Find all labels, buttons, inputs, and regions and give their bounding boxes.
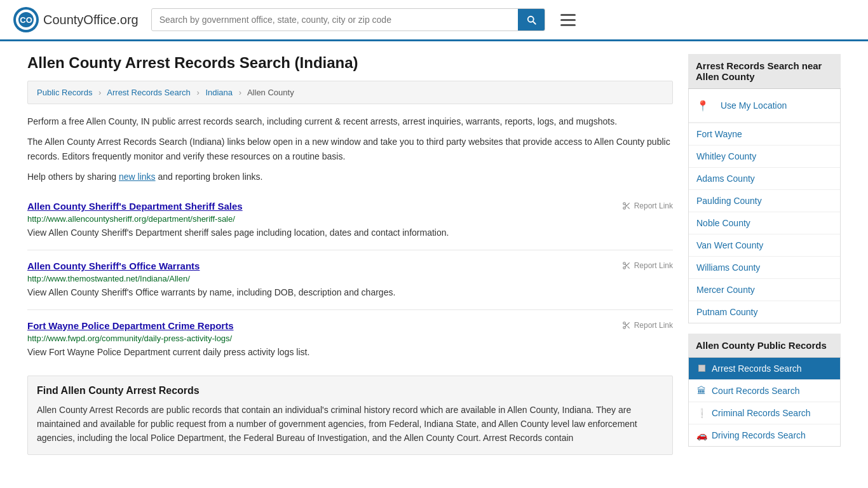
nearby-link-paulding-county[interactable]: Paulding County xyxy=(689,190,840,212)
description-para2: The Allen County Arrest Records Search (… xyxy=(27,135,673,163)
result-item-0: Allen County Sheriff's Department Sherif… xyxy=(27,191,673,250)
hamburger-menu-button[interactable] xyxy=(558,11,578,29)
arrest-records-label: Arrest Records Search xyxy=(712,363,802,374)
breadcrumb-indiana[interactable]: Indiana xyxy=(205,88,233,97)
svg-text:CO: CO xyxy=(20,15,32,25)
nearby-link-whitley-county[interactable]: Whitley County xyxy=(689,146,840,167)
logo[interactable]: CO CountyOffice.org xyxy=(13,6,139,33)
arrest-records-icon xyxy=(696,363,707,374)
report-link-button-1[interactable]: Report Link xyxy=(622,261,673,270)
criminal-records-label: Criminal Records Search xyxy=(712,408,811,418)
menu-line xyxy=(560,24,576,26)
breadcrumb-arrest-records-search[interactable]: Arrest Records Search xyxy=(107,88,191,97)
public-records-criminal-records[interactable]: ❕ Criminal Records Search xyxy=(689,402,840,424)
result-item-2: Fort Wayne Police Department Crime Repor… xyxy=(27,310,673,369)
scissors-icon-0 xyxy=(622,201,631,210)
description-para1: Perform a free Allen County, IN public a… xyxy=(27,114,673,128)
public-records-arrest-records[interactable]: Arrest Records Search xyxy=(689,358,840,380)
svg-point-14 xyxy=(623,322,625,325)
result-url-2: http://www.fwpd.org/community/daily-pres… xyxy=(27,334,673,343)
svg-line-12 xyxy=(627,267,629,269)
nearby-link-2: Adams County xyxy=(689,168,840,190)
breadcrumb-allen-county: Allen County xyxy=(247,88,294,97)
find-section-title: Find Allen County Arrest Records xyxy=(37,385,663,396)
result-desc-1: View Allen County Sheriff's Office warra… xyxy=(27,286,673,299)
result-url-0: http://www.allencountysheriff.org/depart… xyxy=(27,214,673,224)
search-bar xyxy=(151,8,545,31)
search-button[interactable] xyxy=(518,9,545,30)
nearby-link-noble-county[interactable]: Noble County xyxy=(689,212,840,234)
public-records-section-title: Allen County Public Records xyxy=(688,334,841,358)
public-records-nav: Arrest Records Search 🏛 Court Records Se… xyxy=(688,358,841,447)
result-url-1: http://www.themostwanted.net/Indiana/All… xyxy=(27,274,673,283)
main-container: Allen County Arrest Records Search (Indi… xyxy=(15,41,853,470)
nearby-links-list: 📍 Use My Location Fort Wayne Whitley Cou… xyxy=(688,89,841,323)
menu-line xyxy=(560,14,576,16)
public-records-driving-records[interactable]: 🚗 Driving Records Search xyxy=(689,424,840,446)
menu-line xyxy=(560,19,576,21)
use-my-location-link[interactable]: Use My Location xyxy=(713,95,794,116)
nearby-link-putnam-county[interactable]: Putnam County xyxy=(689,301,840,323)
nearby-link-mercer-county[interactable]: Mercer County xyxy=(689,279,840,301)
nearby-link-adams-county[interactable]: Adams County xyxy=(689,168,840,189)
svg-line-18 xyxy=(625,324,626,325)
breadcrumb: Public Records › Arrest Records Search ›… xyxy=(27,81,673,104)
court-records-label: Court Records Search xyxy=(712,386,800,396)
sidebar: Arrest Records Search near Allen County … xyxy=(688,54,841,457)
nearby-link-3: Paulding County xyxy=(689,190,840,212)
svg-point-5 xyxy=(623,207,625,210)
nearby-link-fort-wayne[interactable]: Fort Wayne xyxy=(689,123,840,145)
nearby-link-1: Whitley County xyxy=(689,146,840,168)
scissors-icon-2 xyxy=(622,321,631,330)
nearby-link-6: Williams County xyxy=(689,257,840,279)
find-section-text: Allen County Arrest Records are public r… xyxy=(37,403,663,445)
report-link-button-0[interactable]: Report Link xyxy=(622,201,673,210)
result-desc-2: View Fort Wayne Police Department curren… xyxy=(27,346,673,359)
result-title-1[interactable]: Allen County Sheriff's Office Warrants xyxy=(27,261,200,271)
logo-text: CountyOffice.org xyxy=(43,13,139,27)
nearby-section: Arrest Records Search near Allen County … xyxy=(688,54,841,323)
content-area: Allen County Arrest Records Search (Indi… xyxy=(27,54,673,457)
result-desc-0: View Allen County Sheriff's Department s… xyxy=(27,226,673,240)
nearby-link-0: Fort Wayne xyxy=(689,123,840,146)
logo-icon: CO xyxy=(13,6,39,33)
svg-point-15 xyxy=(623,327,625,329)
public-records-court-records[interactable]: 🏛 Court Records Search xyxy=(689,380,840,402)
svg-line-13 xyxy=(625,264,626,266)
scissors-icon-1 xyxy=(622,261,631,270)
location-pin-icon: 📍 xyxy=(696,100,709,112)
result-title-2[interactable]: Fort Wayne Police Department Crime Repor… xyxy=(27,320,234,331)
results-list: Allen County Sheriff's Department Sherif… xyxy=(27,191,673,369)
nearby-section-title: Arrest Records Search near Allen County xyxy=(688,54,841,89)
svg-line-8 xyxy=(625,205,626,206)
find-section: Find Allen County Arrest Records Allen C… xyxy=(27,376,673,455)
svg-point-9 xyxy=(623,262,625,265)
public-records-section: Allen County Public Records Arrest Recor… xyxy=(688,334,841,447)
report-link-button-2[interactable]: Report Link xyxy=(622,321,673,330)
result-title-0[interactable]: Allen County Sheriff's Department Sherif… xyxy=(27,201,243,212)
svg-line-7 xyxy=(627,207,629,209)
new-links-link[interactable]: new links xyxy=(119,172,156,182)
svg-point-10 xyxy=(623,267,625,269)
description-para3: Help others by sharing new links and rep… xyxy=(27,170,673,184)
criminal-records-icon: ❕ xyxy=(696,408,707,418)
use-my-location-item: 📍 Use My Location xyxy=(689,89,840,123)
nearby-link-8: Putnam County xyxy=(689,301,840,323)
driving-records-label: Driving Records Search xyxy=(712,430,806,440)
result-item-1: Allen County Sheriff's Office Warrants R… xyxy=(27,250,673,310)
svg-point-4 xyxy=(623,203,625,205)
nearby-link-williams-county[interactable]: Williams County xyxy=(689,257,840,278)
nearby-link-4: Noble County xyxy=(689,212,840,234)
nearby-link-7: Mercer County xyxy=(689,279,840,301)
page-title: Allen County Arrest Records Search (Indi… xyxy=(27,54,673,72)
court-records-icon: 🏛 xyxy=(696,386,707,396)
breadcrumb-public-records[interactable]: Public Records xyxy=(37,88,92,97)
header: CO CountyOffice.org xyxy=(0,0,868,41)
search-icon xyxy=(526,14,537,25)
nearby-link-van-wert-county[interactable]: Van Wert County xyxy=(689,234,840,256)
driving-records-icon: 🚗 xyxy=(696,430,707,440)
nearby-link-5: Van Wert County xyxy=(689,234,840,257)
search-input[interactable] xyxy=(152,10,518,30)
svg-line-17 xyxy=(627,327,629,329)
